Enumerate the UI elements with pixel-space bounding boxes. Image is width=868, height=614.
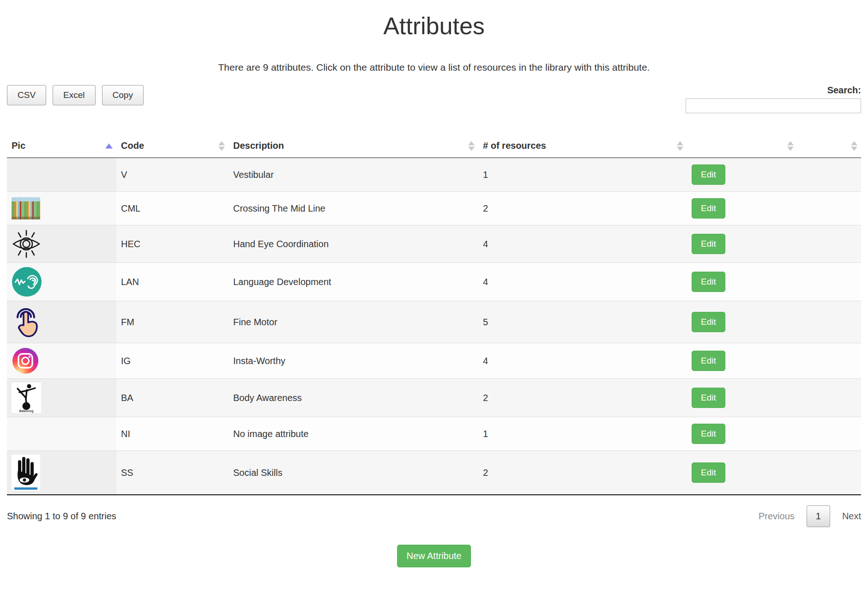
actions-cell: Edit <box>687 263 797 301</box>
new-attribute-button[interactable]: New Attribute <box>397 545 471 567</box>
balancing-figure-icon: Balancing <box>12 383 41 413</box>
resources-cell: 4 <box>478 263 687 301</box>
pic-cell <box>7 263 116 301</box>
code-cell: FM <box>116 301 229 343</box>
code-cell: V <box>116 158 229 192</box>
extra-cell <box>797 263 861 301</box>
table-footer: Showing 1 to 9 of 9 entries Previous 1 N… <box>7 495 861 527</box>
table-row[interactable]: IG Insta-Worthy 4 Edit <box>7 343 861 379</box>
column-header-resources-label: # of resources <box>483 140 546 151</box>
pic-cell <box>7 417 116 451</box>
column-header-extra[interactable] <box>797 134 861 158</box>
table-row[interactable]: SS Social Skills 2 Edit <box>7 451 861 495</box>
column-header-code[interactable]: Code <box>116 134 229 158</box>
resources-cell: 4 <box>478 225 687 263</box>
resources-cell: 2 <box>478 379 687 417</box>
extra-cell <box>797 343 861 379</box>
table-header-row: Pic Code Description # of resources <box>7 134 861 158</box>
radiant-eye-icon <box>12 229 41 259</box>
column-header-description[interactable]: Description <box>229 134 478 158</box>
code-cell: NI <box>116 417 229 451</box>
previous-page-button[interactable]: Previous <box>759 511 795 522</box>
description-cell: Fine Motor <box>229 301 478 343</box>
extra-cell <box>797 301 861 343</box>
description-cell: Vestibular <box>229 158 478 192</box>
table-row[interactable]: LAN Language Development 4 Edit <box>7 263 861 301</box>
entries-info: Showing 1 to 9 of 9 entries <box>7 511 116 522</box>
actions-cell: Edit <box>687 225 797 263</box>
description-cell: Body Awareness <box>229 379 478 417</box>
resources-cell: 5 <box>478 301 687 343</box>
pagination: Previous 1 Next <box>759 505 861 527</box>
edit-button[interactable]: Edit <box>692 424 725 444</box>
column-header-code-label: Code <box>121 140 144 151</box>
actions-cell: Edit <box>687 451 797 495</box>
code-cell: LAN <box>116 263 229 301</box>
description-cell: No image attribute <box>229 417 478 451</box>
extra-cell <box>797 417 861 451</box>
actions-cell: Edit <box>687 192 797 225</box>
search-input[interactable] <box>686 98 861 113</box>
pic-cell: Balancing <box>7 379 116 417</box>
table-row[interactable]: FM Fine Motor 5 Edit <box>7 301 861 343</box>
pic-cell <box>7 192 116 225</box>
resources-cell: 1 <box>478 417 687 451</box>
copy-export-button[interactable]: Copy <box>102 85 144 105</box>
extra-cell <box>797 451 861 495</box>
export-buttons: CSV Excel Copy <box>7 85 144 105</box>
next-page-button[interactable]: Next <box>842 511 861 522</box>
extra-cell <box>797 379 861 417</box>
code-cell: IG <box>116 343 229 379</box>
table-toolbar: CSV Excel Copy Search: <box>7 85 861 116</box>
actions-cell: Edit <box>687 343 797 379</box>
excel-export-button[interactable]: Excel <box>53 85 95 105</box>
pic-cell <box>7 343 116 379</box>
column-header-pic[interactable]: Pic <box>7 134 116 158</box>
column-header-actions[interactable] <box>687 134 797 158</box>
edit-button[interactable]: Edit <box>692 462 725 483</box>
attributes-page: Attributes There are 9 attributes. Click… <box>0 12 868 567</box>
table-row[interactable]: V Vestibular 1 Edit <box>7 158 861 192</box>
sort-both-icon <box>787 141 794 151</box>
column-header-description-label: Description <box>233 140 284 151</box>
actions-cell: Edit <box>687 379 797 417</box>
code-cell: BA <box>116 379 229 417</box>
description-cell: Social Skills <box>229 451 478 495</box>
busy-scene-collage-image <box>12 197 40 219</box>
extra-cell <box>797 158 861 192</box>
description-cell: Language Development <box>229 263 478 301</box>
actions-cell: Edit <box>687 158 797 192</box>
search-block: Search: <box>686 85 861 113</box>
edit-button[interactable]: Edit <box>692 164 725 185</box>
code-cell: HEC <box>116 225 229 263</box>
edit-button[interactable]: Edit <box>692 388 725 408</box>
empty-pic <box>12 162 112 188</box>
column-header-resources[interactable]: # of resources <box>478 134 687 158</box>
extra-cell <box>797 225 861 263</box>
table-row[interactable]: HEC Hand Eye Coordination 4 Edit <box>7 225 861 263</box>
column-header-pic-label: Pic <box>12 140 25 151</box>
edit-button[interactable]: Edit <box>692 351 725 371</box>
current-page-button[interactable]: 1 <box>807 505 830 527</box>
page-subtitle: There are 9 attributes. Click on the att… <box>7 62 861 73</box>
edit-button[interactable]: Edit <box>692 234 725 254</box>
edit-button[interactable]: Edit <box>692 198 725 219</box>
sort-both-icon <box>218 141 225 151</box>
instagram-logo-icon <box>12 347 39 375</box>
table-row[interactable]: CML Crossing The Mid Line 2 Edit <box>7 192 861 225</box>
description-cell: Insta-Worthy <box>229 343 478 379</box>
table-row[interactable]: Balancing BA Body Awareness 2 Edit <box>7 379 861 417</box>
empty-pic <box>12 421 112 447</box>
sort-ascending-icon <box>105 143 113 148</box>
code-cell: CML <box>116 192 229 225</box>
pic-cell <box>7 451 116 495</box>
csv-export-button[interactable]: CSV <box>7 85 46 105</box>
description-cell: Hand Eye Coordination <box>229 225 478 263</box>
sort-both-icon <box>468 141 475 151</box>
pic-cell <box>7 225 116 263</box>
table-row[interactable]: NI No image attribute 1 Edit <box>7 417 861 451</box>
code-cell: SS <box>116 451 229 495</box>
edit-button[interactable]: Edit <box>692 272 725 292</box>
edit-button[interactable]: Edit <box>692 312 725 332</box>
search-label: Search: <box>686 85 861 96</box>
